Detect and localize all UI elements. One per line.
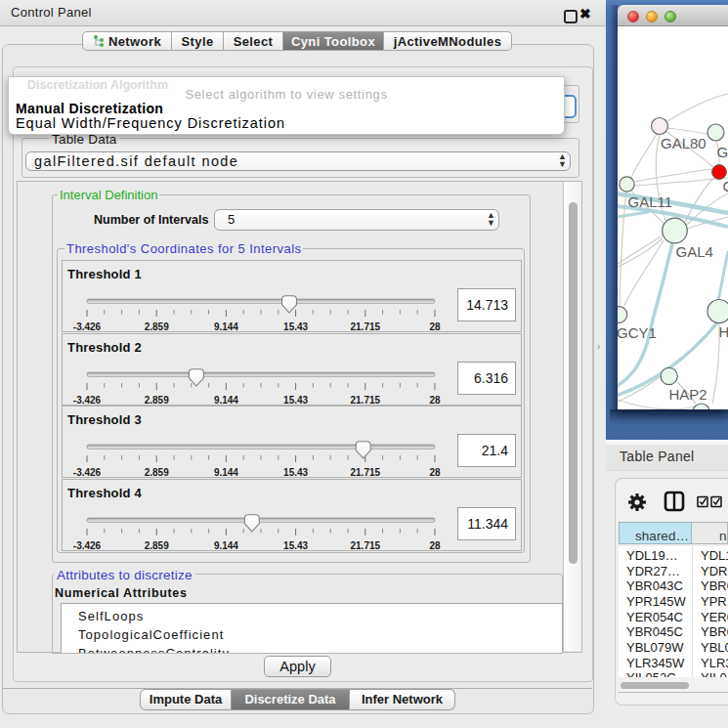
svg-text:-3.426: -3.426 <box>73 321 102 332</box>
svg-text:15.43: 15.43 <box>283 394 308 405</box>
svg-text:21.715: 21.715 <box>351 539 381 550</box>
svg-text:2.859: 2.859 <box>145 394 169 405</box>
svg-text:21.715: 21.715 <box>351 467 381 478</box>
svg-text:GA: GA <box>717 144 728 160</box>
svg-text:GCY1: GCY1 <box>618 324 657 341</box>
svg-text:HAP2: HAP2 <box>669 386 707 403</box>
svg-text:-3.426: -3.426 <box>73 467 102 478</box>
svg-text:2.859: 2.859 <box>145 467 169 478</box>
svg-text:GAL11: GAL11 <box>628 193 673 210</box>
svg-text:21.715: 21.715 <box>351 321 381 332</box>
svg-text:GAL80: GAL80 <box>661 135 707 151</box>
svg-text:21.715: 21.715 <box>351 394 381 405</box>
svg-text:-3.426: -3.426 <box>73 394 102 405</box>
svg-text:28: 28 <box>429 467 441 478</box>
svg-text:9.144: 9.144 <box>214 467 238 478</box>
svg-text:2.859: 2.859 <box>145 539 169 550</box>
svg-text:C: C <box>723 178 728 194</box>
svg-text:9.144: 9.144 <box>214 539 238 550</box>
svg-text:GAL4: GAL4 <box>676 243 713 260</box>
svg-text:28: 28 <box>429 321 441 332</box>
svg-text:15.43: 15.43 <box>283 467 308 478</box>
svg-text:2.859: 2.859 <box>145 321 169 332</box>
svg-text:15.43: 15.43 <box>283 539 308 550</box>
svg-text:H: H <box>719 323 728 340</box>
svg-text:9.144: 9.144 <box>214 394 238 405</box>
svg-text:28: 28 <box>429 539 441 550</box>
svg-text:28: 28 <box>429 394 441 405</box>
svg-text:9.144: 9.144 <box>214 321 238 332</box>
svg-text:15.43: 15.43 <box>283 321 308 332</box>
svg-text:-3.426: -3.426 <box>73 539 102 550</box>
